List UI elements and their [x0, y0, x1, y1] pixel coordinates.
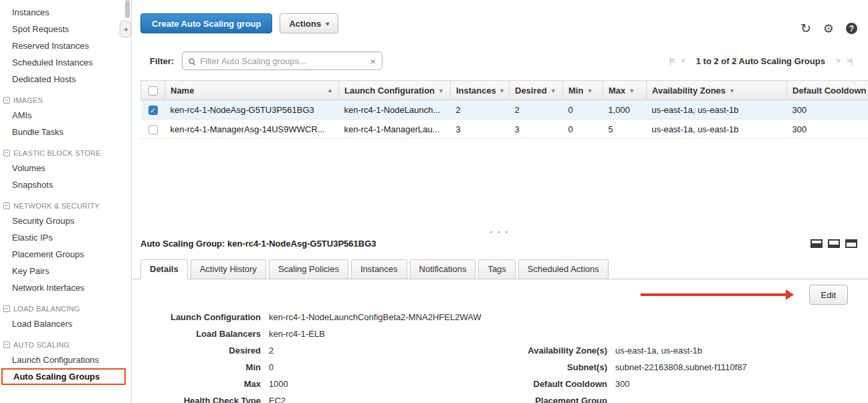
sidebar-scrollbar-thumb[interactable]: [125, 0, 130, 18]
help-icon[interactable]: ?: [846, 23, 857, 34]
sidebar-item-key-pairs[interactable]: Key Pairs: [0, 263, 131, 279]
sidebar-collapse-button[interactable]: ◂: [120, 21, 131, 37]
field-value: ken-rc4-1-ELB: [269, 325, 325, 342]
field-min: Min 0: [140, 359, 488, 376]
edit-button[interactable]: Edit: [809, 285, 848, 305]
field-label: Subnet(s): [488, 359, 615, 376]
field-value: ken-rc4-1-NodeLaunchConfigBeta2-MNA2HFEL…: [269, 309, 481, 325]
clear-filter-icon[interactable]: ×: [370, 56, 376, 66]
layout-table-only-icon[interactable]: [828, 239, 840, 248]
last-page-icon[interactable]: >|: [847, 56, 852, 65]
column-header-launch-configuration[interactable]: Launch Configuration▾: [339, 81, 451, 100]
refresh-icon[interactable]: ↻: [800, 21, 811, 36]
sidebar-item-snapshots[interactable]: Snapshots: [0, 176, 131, 193]
tab-activity-history[interactable]: Activity History: [191, 259, 266, 279]
search-icon: [189, 58, 195, 64]
sidebar-item-launch-configurations[interactable]: Launch Configurations: [0, 352, 131, 368]
actions-button[interactable]: Actions ▾: [280, 13, 338, 33]
field-value: 2: [269, 342, 274, 359]
column-header-max[interactable]: Max▾: [603, 81, 647, 100]
column-header-availability-zones[interactable]: Availability Zones▾: [647, 81, 787, 100]
create-asg-button[interactable]: Create Auto Scaling group: [140, 13, 272, 33]
cell-min: 0: [563, 120, 603, 139]
field-label: Default Cooldown: [488, 376, 615, 392]
table-header-row: Name▲ Launch Configuration▾ Instances▾ D…: [141, 81, 868, 100]
sidebar-item-reserved-instances[interactable]: Reserved Instances: [0, 37, 131, 54]
cell-availability-zones: us-east-1a, us-east-1b: [647, 120, 787, 139]
column-filter-icon[interactable]: ▾: [730, 87, 734, 94]
tab-scheduled-actions[interactable]: Scheduled Actions: [518, 259, 609, 279]
field-label: Placement Group: [488, 392, 615, 403]
prev-page-icon[interactable]: <: [681, 56, 685, 65]
sidebar-section-network-security[interactable]: − NETWORK & SECURITY: [0, 193, 131, 213]
column-filter-icon[interactable]: ▾: [588, 87, 591, 94]
layout-split-icon[interactable]: [810, 239, 823, 248]
sidebar-item-elastic-ips[interactable]: Elastic IPs: [0, 229, 131, 246]
sidebar-item-instances[interactable]: Instances: [0, 4, 131, 21]
toolbar-icons: ↻ ⚙ ?: [800, 21, 857, 36]
field-health-check-type: Health Check Type EC2: [140, 392, 488, 403]
sidebar-item-network-interfaces[interactable]: Network Interfaces: [0, 279, 131, 296]
tab-instances[interactable]: Instances: [351, 259, 407, 279]
asg-table: Name▲ Launch Configuration▾ Instances▾ D…: [140, 80, 868, 139]
chevron-down-icon: ▾: [326, 20, 329, 27]
column-header-min[interactable]: Min▾: [563, 81, 603, 100]
sidebar-item-security-groups[interactable]: Security Groups: [0, 213, 131, 229]
field-label: Min: [140, 359, 269, 376]
sidebar-section-images[interactable]: − IMAGES: [0, 88, 131, 107]
sidebar-item-spot-requests[interactable]: Spot Requests: [0, 21, 131, 37]
field-subnets: Subnet(s) subnet-22163808,subnet-f1110f8…: [488, 359, 868, 376]
collapse-section-icon: −: [3, 203, 10, 209]
column-header-default-cooldown[interactable]: Default Cooldown: [787, 81, 868, 100]
details-fields-left: Launch Configuration ken-rc4-1-NodeLaunc…: [140, 309, 488, 403]
sidebar-section-auto-scaling[interactable]: − AUTO SCALING: [0, 332, 131, 352]
sidebar-item-bundle-tasks[interactable]: Bundle Tasks: [0, 124, 131, 140]
select-all-checkbox[interactable]: [148, 86, 158, 96]
tab-tags[interactable]: Tags: [478, 259, 515, 279]
sidebar-item-amis[interactable]: AMIs: [0, 107, 131, 124]
row-checkbox[interactable]: ✓: [148, 106, 158, 115]
next-page-icon[interactable]: >: [836, 56, 840, 65]
sidebar-section-elastic-block-store[interactable]: − ELASTIC BLOCK STORE: [0, 140, 131, 160]
first-page-icon[interactable]: |<: [669, 56, 675, 65]
details-fields-right: Availability Zone(s) us-east-1a, us-east…: [488, 342, 868, 403]
collapse-section-icon: −: [3, 150, 10, 156]
filter-input[interactable]: [200, 56, 364, 66]
table-row-node-asg[interactable]: ✓ ken-rc4-1-NodeAsg-G5TU3P561BG3 ken-rc4…: [141, 100, 868, 120]
sidebar-item-placement-groups[interactable]: Placement Groups: [0, 246, 131, 263]
sidebar-item-scheduled-instances[interactable]: Scheduled Instances: [0, 54, 131, 71]
column-filter-icon[interactable]: ▾: [500, 87, 504, 94]
column-label: Launch Configuration: [344, 86, 435, 96]
field-label: Desired: [140, 342, 269, 359]
tab-scaling-policies[interactable]: Scaling Policies: [269, 259, 348, 279]
tab-notifications[interactable]: Notifications: [410, 259, 476, 279]
sidebar-item-auto-scaling-groups[interactable]: Auto Scaling Groups: [1, 368, 126, 385]
sidebar-section-load-balancing[interactable]: − LOAD BALANCING: [0, 296, 131, 315]
search-box[interactable]: ×: [182, 51, 383, 70]
column-header-name[interactable]: Name▲: [165, 81, 339, 100]
column-filter-icon[interactable]: ▾: [552, 87, 555, 94]
field-load-balancers: Load Balancers ken-rc4-1-ELB: [140, 325, 488, 342]
column-header-instances[interactable]: Instances▾: [451, 81, 510, 100]
field-value: 1000: [269, 376, 288, 392]
row-checkbox[interactable]: [148, 125, 158, 134]
details-header: Auto Scaling Group: ken-rc4-1-NodeAsg-G5…: [132, 236, 868, 249]
select-all-header: [141, 81, 165, 100]
column-filter-icon[interactable]: ▾: [630, 87, 633, 94]
cell-launch-configuration: ken-rc4-1-NodeLaunch...: [339, 100, 451, 120]
field-label: Launch Configuration: [140, 309, 269, 325]
field-label: Health Check Type: [140, 392, 269, 403]
gear-icon[interactable]: ⚙: [823, 21, 834, 36]
field-value: us-east-1a, us-east-1b: [615, 342, 702, 359]
layout-details-only-icon[interactable]: [845, 239, 857, 248]
panel-splitter[interactable]: ● ● ●: [132, 228, 868, 236]
tab-details[interactable]: Details: [140, 259, 188, 279]
table-row-manager-asg[interactable]: ken-rc4-1-ManagerAsg-14US9WWCR... ken-rc…: [141, 120, 868, 139]
column-filter-icon[interactable]: ▾: [439, 87, 443, 94]
sidebar-item-load-balancers[interactable]: Load Balancers: [0, 315, 131, 332]
cell-checkbox: [141, 120, 165, 139]
sidebar-item-volumes[interactable]: Volumes: [0, 160, 131, 176]
sidebar-item-dedicated-hosts[interactable]: Dedicated Hosts: [0, 71, 131, 88]
column-header-desired[interactable]: Desired▾: [510, 81, 563, 100]
cell-availability-zones: us-east-1a, us-east-1b: [647, 100, 787, 120]
